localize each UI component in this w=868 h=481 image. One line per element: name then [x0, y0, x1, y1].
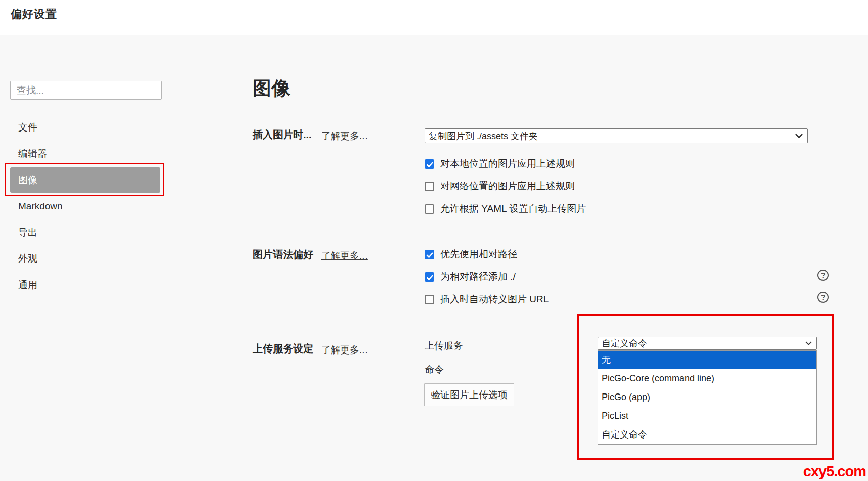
command-label: 命令: [425, 363, 444, 376]
chevron-down-icon: [795, 133, 803, 139]
checkbox-row-network-rule: 对网络位置的图片应用上述规则: [425, 179, 575, 193]
upload-service-select[interactable]: 自定义命令: [598, 337, 817, 350]
checkbox-row-yaml-upload: 允许根据 YAML 设置自动上传图片: [425, 202, 586, 216]
window-title: 偏好设置: [11, 7, 57, 22]
sidebar-item-appearance[interactable]: 外观: [10, 246, 160, 271]
upload-learn-more-link[interactable]: 了解更多...: [321, 343, 368, 357]
option-custom-command[interactable]: 自定义命令: [598, 425, 816, 444]
checkbox-yaml-upload[interactable]: [425, 204, 434, 214]
option-picgo-core[interactable]: PicGo-Core (command line): [598, 369, 816, 388]
option-none[interactable]: 无: [598, 351, 816, 369]
sidebar-item-general[interactable]: 通用: [10, 273, 160, 298]
checkbox-row-escape-url: 插入时自动转义图片 URL: [425, 292, 549, 307]
checkbox-label: 插入时自动转义图片 URL: [440, 293, 549, 306]
sidebar-item-editor[interactable]: 编辑器: [10, 141, 160, 166]
watermark: cxy5.com: [803, 463, 866, 480]
checkbox-label: 为相对路径添加 ./: [440, 270, 516, 283]
titlebar: 偏好设置: [0, 0, 868, 35]
insert-section-label: 插入图片时...: [253, 128, 312, 142]
sidebar-item-export[interactable]: 导出: [10, 220, 160, 245]
chevron-down-icon: [805, 341, 812, 346]
insert-learn-more-link[interactable]: 了解更多...: [321, 129, 368, 143]
page-title: 图像: [253, 76, 290, 101]
help-icon[interactable]: ?: [817, 270, 829, 281]
checkbox-network-rule[interactable]: [425, 182, 434, 191]
upload-service-label: 上传服务: [425, 339, 463, 353]
checkbox-row-relative-path: 优先使用相对路径: [425, 247, 517, 261]
checkbox-label: 优先使用相对路径: [440, 248, 517, 261]
syntax-learn-more-link[interactable]: 了解更多...: [321, 249, 368, 263]
syntax-section-label: 图片语法偏好: [253, 248, 313, 261]
sidebar-item-image[interactable]: 图像: [10, 167, 160, 193]
sidebar-item-markdown[interactable]: Markdown: [10, 194, 160, 219]
checkbox-relative-path[interactable]: [425, 250, 434, 259]
insert-action-select[interactable]: 复制图片到 ./assets 文件夹: [425, 128, 808, 143]
checkbox-label: 对本地位置的图片应用上述规则: [440, 157, 575, 170]
checkbox-row-local-rule: 对本地位置的图片应用上述规则: [425, 157, 575, 171]
checkbox-local-rule[interactable]: [425, 159, 434, 169]
search-input[interactable]: [10, 81, 162, 100]
sidebar-item-files[interactable]: 文件: [10, 115, 160, 140]
validate-upload-button[interactable]: 验证图片上传选项: [424, 383, 514, 406]
checkbox-label: 对网络位置的图片应用上述规则: [440, 180, 575, 193]
checkbox-add-dot-slash[interactable]: [425, 272, 434, 282]
checkbox-row-add-dot-slash: 为相对路径添加 ./: [425, 270, 516, 284]
upload-service-select-value: 自定义命令: [598, 337, 805, 349]
upload-section-label: 上传服务设定: [253, 342, 313, 356]
checkbox-label: 允许根据 YAML 设置自动上传图片: [440, 202, 586, 215]
preferences-window: 偏好设置 文件 编辑器 图像 Markdown 导出 外观 通用 图像 插入图片…: [0, 0, 868, 481]
option-picgo-app[interactable]: PicGo (app): [598, 388, 816, 407]
checkbox-escape-url[interactable]: [425, 295, 434, 304]
insert-action-select-value: 复制图片到 ./assets 文件夹: [425, 130, 795, 142]
help-icon[interactable]: ?: [817, 292, 829, 303]
option-piclist[interactable]: PicList: [598, 407, 816, 425]
upload-service-option-list: 无 PicGo-Core (command line) PicGo (app) …: [598, 350, 817, 445]
